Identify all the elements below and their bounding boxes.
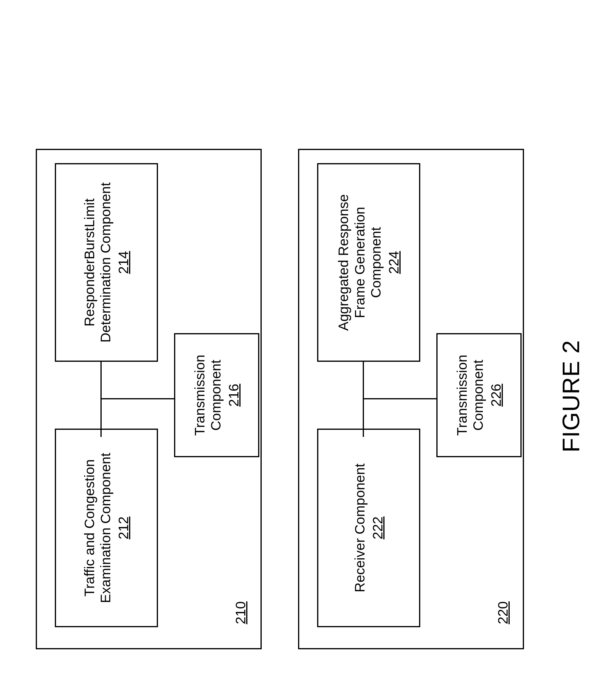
connector-mid-216 xyxy=(100,398,174,399)
box-224-line1: Aggregated Response xyxy=(335,194,351,331)
connector-212-214 xyxy=(100,362,102,437)
box-224-ref: 224 xyxy=(386,251,402,274)
diagram-canvas: Traffic and Congestion Examination Compo… xyxy=(0,0,614,700)
connector-mid-226 xyxy=(363,398,436,399)
module-210: Traffic and Congestion Examination Compo… xyxy=(36,149,262,649)
box-212-ref: 212 xyxy=(115,516,131,539)
box-214-ref: 214 xyxy=(115,251,131,274)
connector-222-224 xyxy=(363,362,364,437)
figure-caption: FIGURE 2 xyxy=(558,340,585,452)
box-226-ref: 226 xyxy=(488,384,504,407)
box-222-ref: 222 xyxy=(370,516,386,539)
box-212-line2: Examination Component xyxy=(98,453,114,603)
module-220: Receiver Component 222 Aggregated Respon… xyxy=(298,149,524,649)
box-216-line2: Component xyxy=(208,360,224,431)
box-216-line1: Transmission xyxy=(192,354,208,436)
box-212-line1: Traffic and Congestion xyxy=(81,459,98,597)
module-220-ref: 220 xyxy=(495,601,511,624)
box-222: Receiver Component 222 xyxy=(317,428,420,627)
box-212: Traffic and Congestion Examination Compo… xyxy=(55,428,158,627)
box-214: ResponderBurstLimit Determination Compon… xyxy=(55,163,158,362)
box-226-line1: Transmission xyxy=(454,354,470,436)
page: Traffic and Congestion Examination Compo… xyxy=(0,0,614,700)
box-222-line1: Receiver Component xyxy=(352,463,368,592)
module-210-ref: 210 xyxy=(232,601,248,624)
box-216-ref: 216 xyxy=(226,384,242,407)
box-224: Aggregated Response Frame Generation Com… xyxy=(317,163,420,362)
box-224-line3: Component xyxy=(368,227,384,298)
box-214-line1: ResponderBurstLimit xyxy=(81,198,98,327)
box-224-line2: Frame Generation xyxy=(352,207,368,318)
box-216: Transmission Component 216 xyxy=(174,333,259,457)
box-226-line2: Component xyxy=(470,360,486,431)
box-226: Transmission Component 226 xyxy=(436,333,522,457)
box-214-line2: Determination Component xyxy=(98,183,114,343)
